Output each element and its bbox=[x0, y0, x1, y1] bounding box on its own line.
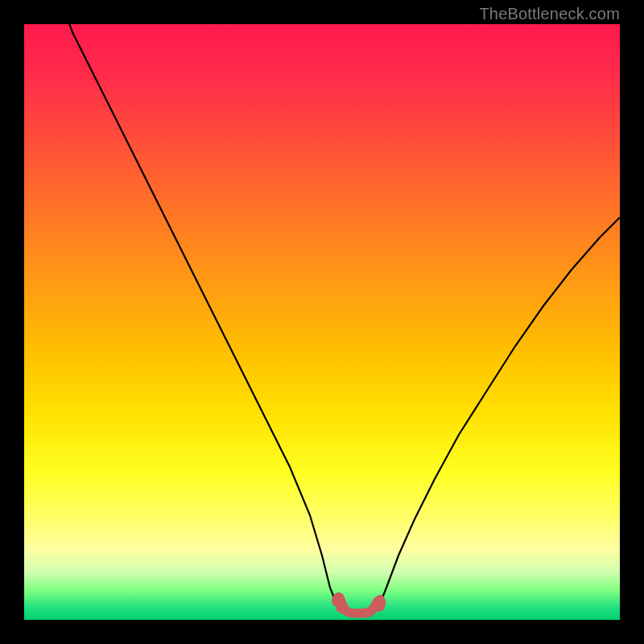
bottleneck-curve-left bbox=[60, 24, 336, 604]
chart-svg bbox=[24, 24, 620, 620]
plot-area bbox=[24, 24, 620, 620]
optimal-zone-left-dot bbox=[332, 595, 341, 605]
chart-container: TheBottleneck.com bbox=[0, 0, 644, 644]
watermark-text: TheBottleneck.com bbox=[479, 5, 620, 23]
optimal-zone-base bbox=[340, 609, 375, 613]
optimal-zone-right-dot bbox=[375, 595, 385, 605]
bottleneck-curve-right bbox=[380, 217, 620, 604]
